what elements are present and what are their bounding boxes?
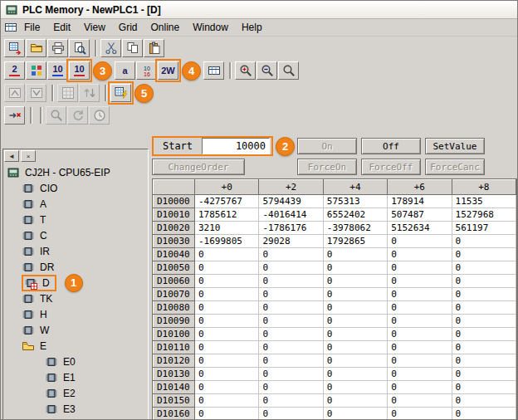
fill-button[interactable] — [57, 84, 78, 102]
row-header[interactable]: D10060 — [154, 275, 195, 288]
tree-item-e3[interactable]: E3 — [3, 401, 148, 417]
grid-cell[interactable]: 0 — [259, 315, 323, 328]
grid-cell[interactable]: 0 — [388, 408, 452, 420]
monitor-button[interactable] — [110, 84, 131, 102]
row-header[interactable]: D10080 — [154, 301, 195, 315]
grid-cell[interactable]: 0 — [323, 301, 387, 315]
grid-cell[interactable]: 1785612 — [195, 208, 259, 222]
grid-cell[interactable]: 0 — [452, 261, 516, 275]
grid-cell[interactable]: 0 — [323, 368, 387, 381]
forceoff-button[interactable]: ForceOff — [361, 159, 421, 175]
grid-cell[interactable]: 0 — [259, 394, 323, 408]
text-format-button[interactable]: a — [115, 61, 135, 80]
start-address-input[interactable] — [202, 138, 270, 154]
grid-cell[interactable]: 0 — [195, 288, 259, 301]
grid-cell[interactable]: 0 — [388, 301, 452, 315]
grid-cell[interactable]: -1786176 — [259, 222, 323, 235]
decimal-format-button[interactable]: 10 — [47, 61, 68, 80]
grid-cell[interactable]: 0 — [388, 354, 452, 368]
grid-cell[interactable]: 0 — [323, 381, 387, 394]
grid-cell[interactable]: 0 — [452, 394, 516, 408]
grid-cell[interactable]: 0 — [323, 328, 387, 341]
row-header[interactable]: D10120 — [154, 354, 195, 368]
grid-cell[interactable]: 0 — [388, 394, 452, 408]
grid-cell[interactable]: 0 — [323, 408, 387, 420]
grid-cell[interactable]: 0 — [452, 408, 516, 420]
tree-item-e2[interactable]: E2 — [3, 385, 148, 401]
row-header[interactable]: D10070 — [154, 288, 195, 301]
row-header[interactable]: D10140 — [154, 381, 195, 394]
row-header[interactable]: D10040 — [154, 248, 195, 261]
grid-cell[interactable]: 0 — [388, 381, 452, 394]
grid-cell[interactable]: 0 — [259, 368, 323, 381]
tree-item-cio[interactable]: CIO — [3, 180, 148, 196]
row-header[interactable]: D10160 — [154, 408, 195, 420]
grid-cell[interactable]: 0 — [259, 248, 323, 261]
menu-online[interactable]: Online — [144, 20, 187, 35]
refresh-button[interactable] — [67, 106, 88, 125]
grid-cell[interactable]: -4016414 — [259, 208, 323, 222]
off-button[interactable]: Off — [361, 138, 421, 154]
grid-cell[interactable]: -1699805 — [195, 235, 259, 248]
menu-help[interactable]: Help — [235, 20, 269, 35]
grid-cell[interactable]: -3978062 — [323, 222, 387, 235]
grid-cell[interactable]: 561197 — [452, 222, 516, 235]
tree-item-ir[interactable]: IR — [3, 243, 148, 259]
menu-edit[interactable]: Edit — [46, 20, 77, 35]
row-header[interactable]: D10090 — [154, 315, 195, 328]
print-preview-button[interactable] — [69, 39, 90, 57]
row-header[interactable]: D10100 — [154, 328, 195, 341]
grid-cell[interactable]: 0 — [195, 408, 259, 420]
paste-button[interactable] — [144, 39, 164, 57]
grid-cell[interactable]: 11535 — [452, 195, 516, 208]
grid-cell[interactable]: 3210 — [195, 222, 259, 235]
two-word-format-button[interactable]: 2W — [158, 61, 178, 80]
grid-cell[interactable]: 178914 — [388, 195, 452, 208]
grid-cell[interactable]: 507487 — [388, 208, 452, 222]
grid-cell[interactable]: 0 — [195, 248, 259, 261]
fit-columns-button[interactable] — [203, 61, 224, 80]
grid-cell[interactable]: 0 — [195, 315, 259, 328]
grid-cell[interactable]: 0 — [452, 275, 516, 288]
grid-cell[interactable]: 0 — [323, 354, 387, 368]
grid-cell[interactable]: 0 — [452, 354, 516, 368]
change-order-button[interactable] — [79, 84, 100, 102]
grid-cell[interactable]: 0 — [323, 341, 387, 354]
tree-item-e1[interactable]: E1 — [3, 369, 148, 385]
grid-cell[interactable]: 0 — [259, 328, 323, 341]
grid-cell[interactable]: 0 — [323, 394, 387, 408]
grid-cell[interactable]: 0 — [388, 235, 452, 248]
grid-cell[interactable]: 0 — [195, 368, 259, 381]
grid-cell[interactable]: 0 — [388, 328, 452, 341]
row-header[interactable]: D10110 — [154, 341, 195, 354]
grid-cell[interactable]: 0 — [388, 275, 452, 288]
tree-item-tk[interactable]: TK — [3, 291, 148, 306]
menu-window[interactable]: Window — [186, 20, 235, 35]
grid-cell[interactable]: 0 — [452, 288, 516, 301]
cut-button[interactable] — [100, 39, 121, 57]
grid-cell[interactable]: 0 — [388, 261, 452, 275]
force-off-button[interactable] — [26, 84, 46, 102]
tree-item-e[interactable]: E — [3, 338, 148, 354]
menu-file[interactable]: File — [17, 20, 46, 35]
on-button[interactable]: On — [297, 138, 357, 154]
tree-item-e0[interactable]: E0 — [3, 354, 148, 369]
grid-cell[interactable]: 0 — [388, 368, 452, 381]
menu-grid[interactable]: Grid — [112, 20, 144, 35]
row-header[interactable]: D10150 — [154, 394, 195, 408]
grid-cell[interactable]: 0 — [259, 301, 323, 315]
grid-cell[interactable]: -4275767 — [195, 195, 259, 208]
zoom-in-button[interactable] — [235, 61, 256, 80]
grid-cell[interactable]: 0 — [195, 341, 259, 354]
tree-item-d[interactable]: D1 — [3, 275, 148, 291]
grid-cell[interactable]: 0 — [259, 261, 323, 275]
tree-item-c[interactable]: C — [3, 227, 148, 243]
tree-item-h[interactable]: H — [3, 306, 148, 322]
grid-cell[interactable]: 0 — [259, 288, 323, 301]
grid-cell[interactable]: 0 — [388, 288, 452, 301]
grid-cell[interactable]: 0 — [452, 328, 516, 341]
timer-button[interactable] — [89, 106, 110, 125]
grid-cell[interactable]: 0 — [323, 275, 387, 288]
grid-cell[interactable]: 0 — [452, 341, 516, 354]
signed-decimal-format-button[interactable]: 10 — [69, 61, 90, 80]
